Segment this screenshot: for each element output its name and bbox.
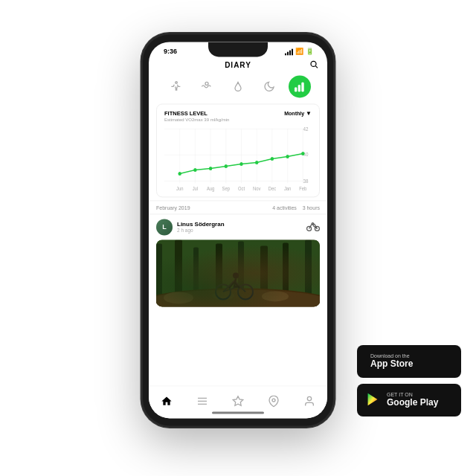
- battery-icon: 🔋: [306, 48, 314, 55]
- home-indicator: [212, 411, 264, 414]
- svg-point-3: [205, 82, 208, 85]
- tab-stats[interactable]: [289, 75, 311, 97]
- header-title: DIARY: [225, 61, 251, 69]
- nav-map[interactable]: [268, 395, 280, 407]
- google-play-button[interactable]: GET IT ON Google Play: [357, 384, 461, 416]
- svg-point-24: [209, 167, 213, 170]
- google-play-name: Google Play: [387, 397, 438, 409]
- svg-point-30: [301, 152, 305, 155]
- svg-rect-5: [298, 85, 300, 91]
- google-play-text: GET IT ON Google Play: [387, 392, 438, 409]
- apple-store-text: Download on the App Store: [370, 353, 413, 370]
- nav-diary[interactable]: [196, 395, 208, 407]
- svg-point-22: [178, 172, 181, 176]
- category-tabs: [149, 72, 327, 103]
- svg-text:Jun: Jun: [176, 186, 184, 191]
- svg-point-69: [272, 399, 275, 402]
- status-time: 9:36: [164, 48, 177, 55]
- dropdown-arrow-icon: ▼: [306, 110, 312, 117]
- svg-point-42: [312, 222, 313, 224]
- feed-item-header: L Linus Södergran 2 h ago: [156, 219, 320, 235]
- svg-point-27: [255, 161, 259, 164]
- status-icons: 📶 🔋: [285, 48, 314, 55]
- fitness-subtitle: Estimated VO2max 39 ml/kg/min: [164, 118, 229, 122]
- svg-text:Oct: Oct: [238, 186, 245, 191]
- user-avatar: L: [156, 219, 173, 235]
- apple-store-button[interactable]: Download on the App Store: [357, 345, 461, 378]
- phone-screen: 9:36 📶 🔋 DIARY: [149, 42, 327, 418]
- svg-rect-4: [295, 88, 298, 91]
- chart-svg: 42 40 38: [164, 125, 312, 192]
- svg-point-29: [286, 155, 289, 158]
- tab-running[interactable]: [165, 75, 187, 97]
- nav-home[interactable]: [161, 395, 173, 407]
- feed-image: [156, 239, 320, 306]
- nav-profile[interactable]: [303, 395, 315, 407]
- signal-icon: [285, 48, 293, 55]
- svg-point-2: [175, 82, 177, 84]
- user-time: 2 h ago: [177, 228, 225, 233]
- phone-frame: 9:36 📶 🔋 DIARY: [141, 33, 335, 427]
- cycling-icon: [306, 221, 320, 234]
- svg-point-0: [311, 61, 316, 66]
- tab-swimming[interactable]: [196, 75, 218, 97]
- svg-text:Sep: Sep: [222, 186, 231, 191]
- fitness-title: FITNESS LEVEL: [164, 110, 229, 117]
- svg-point-25: [225, 164, 228, 168]
- svg-point-26: [239, 162, 243, 166]
- fitness-section: FITNESS LEVEL Estimated VO2max 39 ml/kg/…: [156, 103, 320, 197]
- period-selector[interactable]: Monthly ▼: [284, 110, 312, 117]
- wifi-icon: 📶: [295, 48, 303, 55]
- notch: [208, 42, 268, 57]
- svg-line-1: [315, 66, 318, 68]
- svg-text:Jan: Jan: [284, 186, 292, 191]
- apple-store-name: App Store: [370, 358, 413, 370]
- fitness-chart: 42 40 38: [164, 125, 312, 192]
- tab-calories[interactable]: [227, 75, 249, 97]
- svg-rect-6: [302, 83, 304, 91]
- svg-text:Nov: Nov: [253, 186, 261, 191]
- svg-text:Aug: Aug: [207, 186, 215, 191]
- svg-point-70: [307, 396, 311, 400]
- store-buttons: Download on the App Store: [357, 345, 461, 416]
- scene: 9:36 📶 🔋 DIARY: [0, 0, 476, 476]
- search-button[interactable]: [309, 60, 318, 71]
- google-sub-text: GET IT ON: [387, 392, 438, 397]
- svg-text:Dec: Dec: [268, 186, 276, 191]
- apple-sub-text: Download on the: [370, 353, 413, 358]
- nav-achievements[interactable]: [232, 395, 244, 407]
- svg-text:Feb: Feb: [299, 186, 307, 191]
- svg-text:42: 42: [303, 126, 309, 132]
- svg-marker-71: [368, 393, 378, 405]
- svg-point-28: [271, 157, 274, 161]
- app-header: DIARY: [149, 58, 327, 72]
- feed-item: L Linus Södergran 2 h ago: [149, 213, 327, 311]
- feed-user: L Linus Södergran 2 h ago: [156, 219, 225, 235]
- svg-point-23: [193, 168, 197, 172]
- activity-summary: February 2019 4 activities 3 hours: [149, 200, 327, 213]
- user-name: Linus Södergran: [177, 221, 225, 228]
- summary-stats: 4 activities 3 hours: [272, 205, 320, 210]
- tab-sleep[interactable]: [258, 75, 280, 97]
- svg-text:38: 38: [303, 178, 309, 184]
- svg-text:Jul: Jul: [193, 186, 198, 191]
- google-play-icon: [364, 391, 381, 410]
- fitness-header: FITNESS LEVEL Estimated VO2max 39 ml/kg/…: [164, 110, 312, 122]
- summary-month: February 2019: [156, 205, 190, 210]
